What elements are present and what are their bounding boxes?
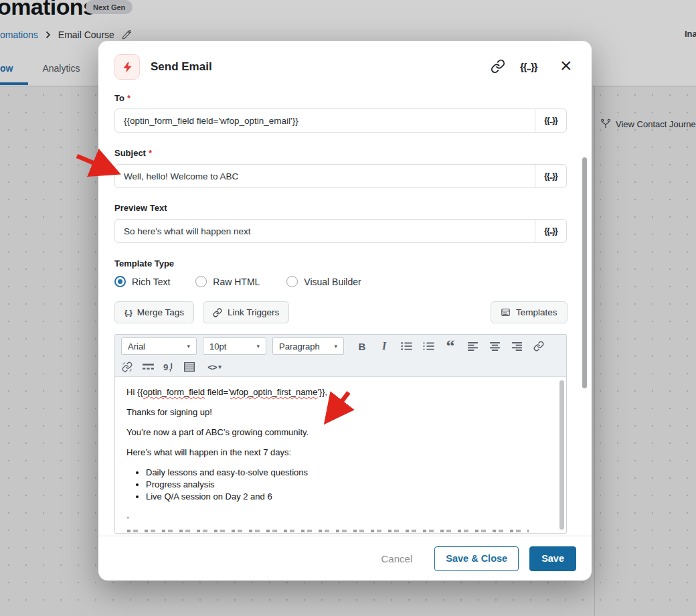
rich-text-editor: Arial▾ 10pt▾ Paragraph▾ B I [114, 334, 567, 534]
spellcheck-underline: optin_form_field [143, 387, 205, 397]
preview-field-row: So here's what will happen next {{..}} [114, 219, 567, 243]
preview-text-label: Preview Text [114, 203, 167, 213]
editor-toolbar-row2: 9 ﻿, <> ▾ [115, 358, 566, 376]
screen: omations Next Gen omations Email Course … [0, 0, 696, 616]
insert-link-icon[interactable] [533, 339, 545, 353]
horizontal-rule-icon[interactable] [142, 360, 154, 374]
save-and-close-button[interactable]: Save & Close [434, 546, 519, 571]
save-button[interactable]: Save [529, 546, 576, 571]
editor-scrollbar[interactable] [559, 380, 564, 530]
font-size-select[interactable]: 10pt▾ [203, 337, 266, 355]
subject-label: Subject* [114, 148, 152, 158]
to-input[interactable]: {{optin_form_field field='wfop_optin_ema… [115, 116, 535, 126]
merge-tags-header-icon[interactable]: {{..}} [520, 61, 537, 72]
templates-button[interactable]: Templates [491, 301, 568, 323]
template-type-radio-group: Rich Text Raw HTML Visual Builder [114, 276, 361, 287]
link-icon [213, 308, 222, 317]
to-field-row: {{optin_form_field field='wfop_optin_ema… [114, 108, 567, 133]
dropdown-caret-icon: ▾ [256, 343, 260, 350]
send-email-modal: Send Email {{..}} × To* {{optin_form_fie… [98, 41, 592, 581]
dropdown-caret-icon: ▾ [218, 364, 221, 370]
subject-field-row: Well, hello! Welcome to ABC {{..}} [114, 164, 567, 188]
spellcheck-underline: wfop_optin_first_name [230, 387, 318, 397]
cancel-button[interactable]: Cancel [381, 553, 413, 564]
bullet-item: Daily lessons and easy-to-solve question… [146, 467, 549, 479]
bullet-item: Live Q/A session on Day 2 and 6 [146, 491, 549, 503]
radio-rich-text[interactable]: Rich Text [114, 276, 170, 287]
modal-scrollbar[interactable] [582, 157, 587, 388]
italic-icon[interactable]: I [378, 339, 390, 353]
lightning-bolt-icon [122, 62, 133, 73]
body-paragraph: Thanks for signing up! [126, 406, 549, 418]
bullet-item: Progress analysis [146, 479, 549, 491]
dropdown-caret-icon: ▾ [187, 343, 190, 350]
unlink-icon[interactable] [121, 360, 133, 374]
align-right-icon[interactable] [511, 339, 523, 353]
radio-raw-html[interactable]: Raw HTML [195, 276, 260, 287]
preview-text-input[interactable]: So here's what will happen next [115, 226, 535, 236]
radio-unselected-icon [286, 276, 298, 287]
bold-icon[interactable]: B [356, 339, 368, 353]
subject-input[interactable]: Well, hello! Welcome to ABC [115, 171, 535, 181]
merge-tags-button[interactable]: {..} Merge Tags [114, 301, 194, 323]
clipped-text-line [127, 530, 529, 532]
svg-text:9: 9 [163, 362, 168, 372]
link-triggers-header-icon[interactable] [491, 59, 505, 74]
align-center-icon[interactable] [489, 339, 501, 353]
modal-title: Send Email [151, 60, 212, 74]
modal-header: Send Email {{..}} × [98, 41, 592, 93]
preview-merge-tag-button[interactable]: {{..}} [535, 220, 566, 242]
merge-tags-icon: {..} [124, 309, 132, 317]
templates-icon [501, 307, 511, 317]
format-icons: B I [356, 339, 545, 353]
action-icon-box [114, 54, 140, 80]
radio-selected-icon [114, 276, 126, 287]
body-paragraph: - [126, 512, 549, 523]
body-greeting: Hi {{optin_form_field field='wfop_optin_… [126, 386, 549, 398]
to-merge-tag-button[interactable]: {{..}} [535, 109, 566, 132]
table-icon[interactable] [183, 360, 195, 374]
template-type-label: Template Type [114, 258, 174, 268]
dropdown-caret-icon: ▾ [334, 343, 337, 350]
body-bullet-list: Daily lessons and easy-to-solve question… [126, 467, 549, 503]
paragraph-format-select[interactable]: Paragraph▾ [272, 337, 344, 355]
radio-unselected-icon [195, 276, 207, 287]
bullet-list-icon[interactable] [400, 339, 412, 353]
link-triggers-button[interactable]: Link Triggers [203, 301, 289, 323]
required-asterisk: * [127, 93, 130, 103]
close-icon[interactable]: × [560, 54, 572, 77]
blockquote-icon[interactable]: “ [444, 339, 456, 353]
numbered-list-icon[interactable] [422, 339, 434, 353]
align-left-icon[interactable] [466, 339, 478, 353]
radio-visual-builder[interactable]: Visual Builder [286, 276, 361, 287]
email-body-editor[interactable]: Hi {{optin_form_field field='wfop_optin_… [115, 376, 566, 534]
editor-toolbar-row1: Arial▾ 10pt▾ Paragraph▾ B I [115, 335, 566, 358]
required-asterisk: * [149, 148, 152, 158]
body-paragraph: You’re now a part of ABC’s growing commu… [126, 427, 549, 438]
to-label: To* [114, 93, 130, 103]
special-character-icon[interactable]: 9 ﻿, [163, 360, 175, 374]
modal-footer: Cancel Save & Close Save [98, 536, 592, 581]
body-paragraph: Here’s what will happen in the next 7 da… [126, 447, 549, 458]
source-code-icon[interactable]: <> ▾ [204, 360, 224, 374]
subject-merge-tag-button[interactable]: {{..}} [535, 165, 566, 187]
font-family-select[interactable]: Arial▾ [121, 337, 197, 355]
